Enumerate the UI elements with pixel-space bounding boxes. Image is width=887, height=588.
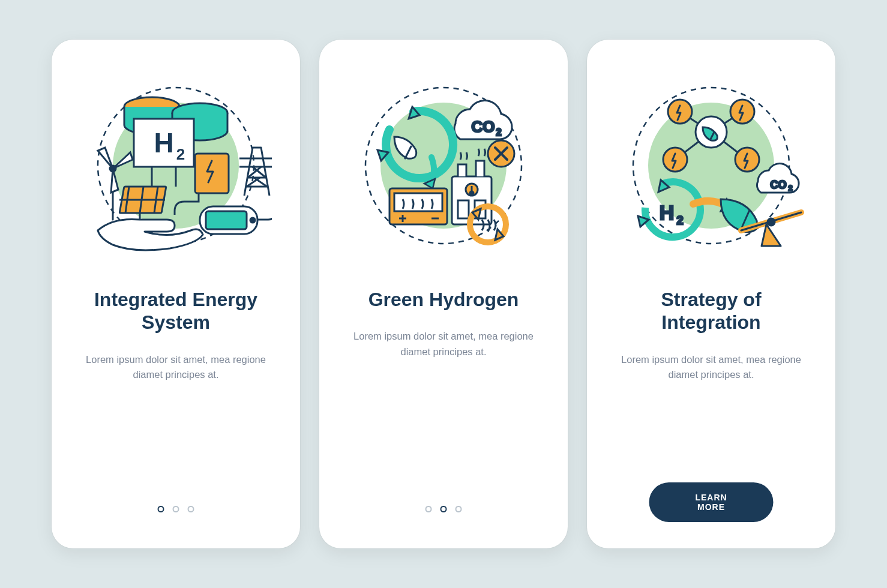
- svg-text:H: H: [660, 201, 675, 224]
- onboarding-screen-2: CO 2: [319, 40, 568, 548]
- page-indicator: [425, 506, 462, 512]
- dot-3[interactable]: [188, 506, 194, 512]
- svg-point-45: [668, 100, 692, 124]
- svg-text:H: H: [154, 127, 173, 158]
- onboarding-screens: H 2: [52, 40, 835, 548]
- screen-title: Integrated Energy System: [80, 288, 272, 334]
- dot-1[interactable]: [425, 506, 432, 512]
- green-hydrogen-icon: CO 2: [347, 70, 540, 262]
- svg-point-37: [470, 191, 474, 195]
- svg-text:2: 2: [496, 127, 502, 137]
- svg-rect-33: [458, 200, 469, 218]
- screen-title: Strategy of Integration: [615, 288, 807, 334]
- page-indicator: [158, 506, 194, 512]
- onboarding-screen-1: H 2: [52, 40, 300, 548]
- svg-rect-28: [394, 193, 442, 211]
- svg-text:2: 2: [676, 214, 683, 227]
- svg-text:CO: CO: [771, 179, 787, 191]
- svg-point-56: [768, 218, 775, 226]
- screen-title: Green Hydrogen: [368, 288, 519, 311]
- svg-point-20: [250, 218, 255, 223]
- dot-2[interactable]: [173, 506, 179, 512]
- svg-rect-19: [206, 211, 247, 229]
- svg-text:2: 2: [789, 184, 793, 193]
- svg-point-47: [663, 148, 687, 172]
- screen-desc: Lorem ipsum dolor sit amet, mea regione …: [86, 352, 266, 383]
- svg-text:2: 2: [176, 145, 185, 163]
- learn-more-button[interactable]: LEARN MORE: [649, 482, 774, 522]
- svg-point-48: [735, 148, 759, 172]
- svg-text:CO: CO: [472, 118, 495, 136]
- dot-1[interactable]: [158, 506, 164, 512]
- screen-desc: Lorem ipsum dolor sit amet, mea regione …: [353, 329, 534, 359]
- dot-2[interactable]: [440, 506, 447, 512]
- screen-desc: Lorem ipsum dolor sit amet, mea regione …: [621, 352, 801, 383]
- dot-3[interactable]: [456, 506, 462, 512]
- onboarding-screen-3: CO 2 H 2: [587, 40, 835, 548]
- strategy-integration-icon: CO 2 H 2: [615, 70, 807, 262]
- svg-point-46: [730, 100, 754, 124]
- integrated-energy-icon: H 2: [80, 70, 272, 262]
